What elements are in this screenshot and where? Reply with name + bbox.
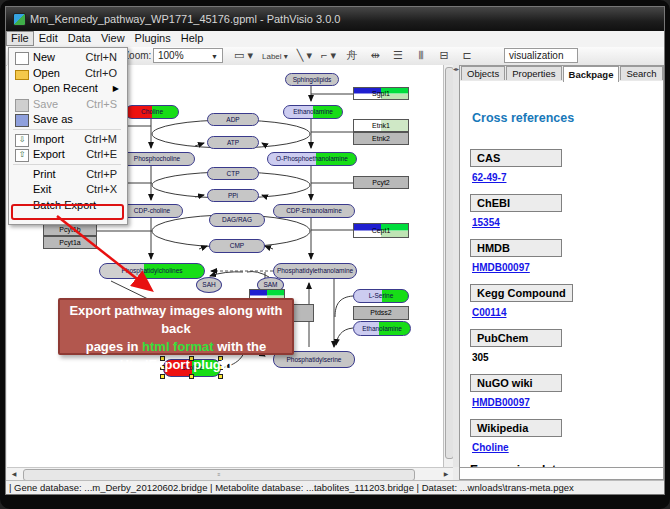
stack-horizontal-icon[interactable]: ☰: [391, 49, 405, 62]
node-o-phosphoethanolamine[interactable]: O-Phosphoethanolamine: [267, 152, 357, 166]
node-cept1[interactable]: Cept1: [353, 223, 409, 238]
open-icon: [15, 70, 29, 80]
label-dropdown[interactable]: Label ▾: [262, 52, 288, 61]
submenu-arrow-icon: ▶: [113, 81, 119, 96]
scroll-right-icon[interactable]: ▶: [440, 469, 452, 479]
node-choline-top[interactable]: Choline: [125, 105, 179, 119]
visualization-combobox[interactable]: visualization▼: [504, 48, 578, 63]
file-menu-item-exit[interactable]: ExitCtrl+X: [11, 182, 123, 197]
line-dropdown[interactable]: ╲ ▾: [297, 49, 312, 62]
callout-line2: pages in html format with the: [60, 338, 292, 356]
cross-references-heading: Cross references: [472, 111, 574, 125]
tab-properties[interactable]: Properties: [506, 66, 561, 80]
canvas-vertical-scrollbar[interactable]: [443, 65, 453, 467]
menu-item-label: Import: [33, 132, 64, 147]
node-etnk2[interactable]: Etnk2: [353, 132, 409, 145]
node-cdp-choline[interactable]: CDP-choline: [121, 204, 183, 218]
xref-header-wikipedia: Wikipedia: [470, 419, 562, 437]
xref-link[interactable]: Choline: [472, 442, 509, 453]
tab-search[interactable]: Search: [620, 66, 662, 80]
xref-header-chebi: ChEBI: [470, 194, 562, 212]
file-menu-item-open-recent[interactable]: Open Recent▶: [11, 81, 123, 96]
export-icon: ⇧: [15, 149, 29, 162]
node-cdp-ethanolamine[interactable]: CDP-Ethanolamine: [273, 204, 355, 218]
xref-header-cas: CAS: [470, 149, 562, 167]
file-menu-item-import[interactable]: ⇩ImportCtrl+M: [11, 132, 123, 147]
save-gray-icon: [15, 99, 29, 112]
align-center-icon[interactable]: 舟: [345, 48, 359, 63]
menu-item-shortcut: Ctrl+E: [86, 147, 117, 162]
common-width-icon[interactable]: ⊟: [437, 49, 451, 62]
menu-file[interactable]: File: [6, 31, 34, 46]
xref-link[interactable]: C00114: [472, 307, 506, 318]
menu-item-label: Export: [33, 147, 65, 162]
menu-data[interactable]: Data: [63, 31, 96, 46]
menu-view[interactable]: View: [96, 31, 130, 46]
window-title: Mm_Kennedy_pathway_WP1771_45176.gpml - P…: [30, 13, 340, 25]
menu-item-shortcut: Ctrl+X: [86, 182, 117, 197]
menu-item-label: Save: [33, 97, 58, 112]
menu-item-label: Open: [33, 66, 60, 81]
status-bar: | Gene database: ...m_Derby_20120602.bri…: [6, 480, 664, 494]
title-bar[interactable]: Mm_Kennedy_pathway_WP1771_45176.gpml - P…: [6, 7, 664, 31]
xref-header-nugo-wiki: NuGO wiki: [470, 374, 562, 392]
node-dag-rag[interactable]: DAG/RAG: [209, 213, 265, 227]
node-sah[interactable]: SAH: [196, 277, 222, 293]
callout-highlight: html format: [142, 339, 214, 354]
node-sphingolipids[interactable]: Sphingolipids: [285, 73, 339, 86]
node-ppi[interactable]: PPi: [207, 189, 259, 202]
file-menu-item-save-as[interactable]: Save as: [11, 112, 123, 127]
file-menu-item-export[interactable]: ⇧ExportCtrl+E: [11, 147, 123, 162]
node-l-serine[interactable]: L-Serine: [353, 289, 409, 303]
node-atp[interactable]: ATP: [207, 136, 259, 149]
stack-vertical-icon[interactable]: ⫴: [414, 49, 428, 62]
datanode-dropdown[interactable]: ▭ ▾: [234, 49, 253, 62]
zoom-combobox[interactable]: 100%▼: [153, 48, 223, 63]
selection-handle[interactable]: [189, 374, 194, 379]
xref-header-kegg-compound: Kegg Compound: [470, 284, 573, 302]
app-window: Mm_Kennedy_pathway_WP1771_45176.gpml - P…: [5, 6, 665, 495]
xref-link[interactable]: 15354: [472, 217, 500, 228]
side-panel: ObjectsPropertiesBackpageSearchLegend Cr…: [459, 65, 664, 467]
node-pcyt2[interactable]: Pcyt2: [353, 176, 409, 189]
node-ctp[interactable]: CTP: [207, 167, 259, 180]
xref-header-pubchem: PubChem: [470, 329, 562, 347]
node-etnk1[interactable]: Etnk1: [353, 119, 409, 132]
xref-header-hmdb: HMDB: [470, 239, 562, 257]
menu-bar: FileEditDataViewPluginsHelp: [6, 31, 664, 48]
node-ethanolamine-top[interactable]: Ethanolamine: [283, 105, 343, 119]
menu-edit[interactable]: Edit: [34, 31, 63, 46]
menu-plugins[interactable]: Plugins: [130, 31, 176, 46]
node-phosphatidylcholines[interactable]: Phosphatidylcholines: [99, 263, 205, 279]
xref-link[interactable]: 62-49-7: [472, 172, 506, 183]
side-panel-tabs: ObjectsPropertiesBackpageSearchLegend: [460, 66, 663, 81]
node-sgpl1[interactable]: Sgpl1: [353, 87, 409, 100]
common-height-icon[interactable]: ⊏: [460, 49, 474, 62]
node-phosphatidylethanolamine[interactable]: Phosphatidylethanolamine: [273, 263, 357, 279]
node-adp[interactable]: ADP: [207, 113, 259, 126]
align-middle-icon[interactable]: ⇹: [368, 49, 382, 62]
file-menu-item-open[interactable]: OpenCtrl+O: [11, 66, 123, 81]
node-cmp[interactable]: CMP: [209, 239, 265, 253]
scroll-left-icon[interactable]: ◀: [8, 469, 20, 479]
file-menu-item-new[interactable]: NewCtrl+N: [11, 50, 123, 65]
menu-separator: [13, 129, 121, 130]
selection-handle[interactable]: [160, 374, 165, 379]
tab-objects[interactable]: Objects: [461, 66, 505, 80]
file-menu-item-print[interactable]: PrintCtrl+P: [11, 167, 123, 182]
file-menu-item-save[interactable]: SaveCtrl+S: [11, 97, 123, 112]
node-phosphocholine[interactable]: Phosphocholine: [119, 152, 195, 166]
node-ethanolamine-bottom[interactable]: Ethanolamine: [353, 321, 411, 336]
selection-handle[interactable]: [218, 374, 223, 379]
menu-help[interactable]: Help: [176, 31, 209, 46]
canvas-horizontal-scrollbar[interactable]: ◀ ≡ ▶: [7, 467, 453, 480]
node-ptdss2[interactable]: Ptdss2: [353, 306, 409, 320]
node-pcyt1a[interactable]: Pcyt1a: [43, 236, 97, 249]
xref-link[interactable]: HMDB00097: [472, 262, 530, 273]
menu-item-label: Exit: [33, 182, 51, 197]
xref-link[interactable]: HMDB00097: [472, 397, 530, 408]
connector-dropdown[interactable]: ⌐ ▾: [321, 49, 336, 62]
menu-item-shortcut: Ctrl+N: [86, 50, 117, 65]
tab-backpage[interactable]: Backpage: [563, 66, 620, 82]
xref-value: 305: [472, 352, 489, 363]
